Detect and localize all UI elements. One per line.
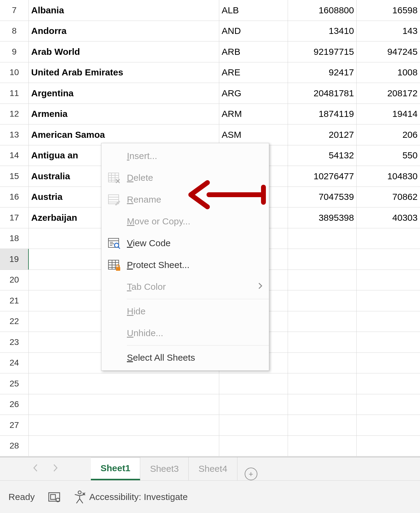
cell[interactable] [288, 228, 357, 249]
cell[interactable]: ASM [219, 124, 288, 145]
menu-rename[interactable]: Rename [101, 189, 269, 210]
sheet-tab-sheet3[interactable]: Sheet3 [140, 457, 189, 480]
cell[interactable] [357, 353, 420, 373]
cell[interactable] [219, 373, 288, 394]
cell[interactable]: 92417 [288, 62, 357, 83]
row-header[interactable]: 27 [0, 415, 29, 435]
cell[interactable] [288, 436, 357, 456]
cell[interactable]: AND [219, 21, 288, 41]
cell[interactable]: 20127 [288, 124, 357, 145]
cell[interactable] [357, 228, 420, 249]
cell[interactable]: United Arab Emirates [29, 62, 219, 83]
cell[interactable] [357, 394, 420, 415]
cell[interactable] [288, 394, 357, 415]
cell[interactable]: 143 [357, 21, 420, 41]
cell[interactable]: 206 [357, 124, 420, 145]
cell[interactable]: 3895398 [288, 207, 357, 228]
cell[interactable]: 208172 [357, 83, 420, 104]
menu-insert[interactable]: Insert... [101, 145, 269, 167]
row-header[interactable]: 10 [0, 62, 29, 83]
cell[interactable] [288, 415, 357, 435]
menu-protect-sheet[interactable]: Protect Sheet... [101, 254, 269, 276]
new-sheet-button[interactable]: + [245, 468, 257, 480]
cell[interactable] [357, 290, 420, 311]
cell[interactable] [288, 332, 357, 352]
cell[interactable]: 10276477 [288, 166, 357, 187]
cell[interactable]: 92197715 [288, 41, 357, 62]
tab-nav-next-icon[interactable] [53, 464, 58, 474]
menu-hide[interactable]: Hide [101, 300, 269, 322]
cell[interactable] [288, 373, 357, 394]
row-header[interactable]: 24 [0, 353, 29, 373]
menu-select-all-sheets[interactable]: Select All Sheets [101, 347, 269, 369]
cell[interactable] [288, 311, 357, 332]
cell[interactable] [357, 436, 420, 456]
cell[interactable]: 13410 [288, 21, 357, 41]
cell[interactable] [288, 353, 357, 373]
row-header[interactable]: 7 [0, 0, 29, 21]
cell[interactable]: ARM [219, 104, 288, 124]
cell[interactable]: Arab World [29, 41, 219, 62]
cell[interactable]: 104830 [357, 166, 420, 187]
cell[interactable] [357, 249, 420, 270]
row-header[interactable]: 23 [0, 332, 29, 352]
menu-move-copy[interactable]: Move or Copy... [101, 210, 269, 232]
row-header[interactable]: 20 [0, 270, 29, 290]
row-header[interactable]: 9 [0, 41, 29, 62]
row-header[interactable]: 15 [0, 166, 29, 187]
row-header[interactable]: 25 [0, 373, 29, 394]
row-header[interactable]: 22 [0, 311, 29, 332]
cell[interactable] [357, 332, 420, 352]
cell[interactable] [219, 394, 288, 415]
cell[interactable] [29, 373, 219, 394]
sheet-tab-sheet4[interactable]: Sheet4 [189, 457, 237, 480]
tab-nav-prev-icon[interactable] [33, 464, 38, 474]
cell[interactable] [288, 249, 357, 270]
macro-recorder-icon[interactable] [48, 491, 61, 503]
cell[interactable]: 70862 [357, 187, 420, 207]
cell[interactable] [357, 311, 420, 332]
cell[interactable]: ARE [219, 62, 288, 83]
row-header[interactable]: 13 [0, 124, 29, 145]
row-header[interactable]: 17 [0, 207, 29, 228]
cell[interactable]: 1874119 [288, 104, 357, 124]
cell[interactable]: ARG [219, 83, 288, 104]
cell[interactable]: ALB [219, 0, 288, 21]
cell[interactable]: 19414 [357, 104, 420, 124]
cell[interactable] [29, 436, 219, 456]
row-header[interactable]: 14 [0, 145, 29, 166]
cell[interactable]: 550 [357, 145, 420, 166]
row-header[interactable]: 19 [0, 249, 29, 270]
cell[interactable]: 947245 [357, 41, 420, 62]
cell[interactable]: Armenia [29, 104, 219, 124]
cell[interactable]: American Samoa [29, 124, 219, 145]
row-header[interactable]: 18 [0, 228, 29, 249]
cell[interactable] [29, 415, 219, 435]
cell[interactable]: ARB [219, 41, 288, 62]
cell[interactable]: Argentina [29, 83, 219, 104]
cell[interactable] [288, 290, 357, 311]
row-header[interactable]: 26 [0, 394, 29, 415]
row-header[interactable]: 16 [0, 187, 29, 207]
cell[interactable]: 54132 [288, 145, 357, 166]
menu-view-code[interactable]: View Code [101, 232, 269, 254]
cell[interactable]: Albania [29, 0, 219, 21]
menu-delete[interactable]: Delete [101, 167, 269, 189]
menu-tab-color[interactable]: Tab Color [101, 276, 269, 298]
row-header[interactable]: 28 [0, 436, 29, 456]
cell[interactable]: Andorra [29, 21, 219, 41]
sheet-tab-sheet1[interactable]: Sheet1 [91, 457, 140, 480]
row-header[interactable]: 21 [0, 290, 29, 311]
cell[interactable] [29, 394, 219, 415]
cell[interactable] [219, 415, 288, 435]
cell[interactable] [357, 415, 420, 435]
cell[interactable]: 1008 [357, 62, 420, 83]
menu-unhide[interactable]: Unhide... [101, 322, 269, 344]
cell[interactable]: 40303 [357, 207, 420, 228]
row-header[interactable]: 12 [0, 104, 29, 124]
accessibility-status[interactable]: Accessibility: Investigate [74, 490, 188, 504]
cell[interactable]: 1608800 [288, 0, 357, 21]
cell[interactable] [357, 373, 420, 394]
cell[interactable] [288, 270, 357, 290]
cell[interactable] [219, 436, 288, 456]
